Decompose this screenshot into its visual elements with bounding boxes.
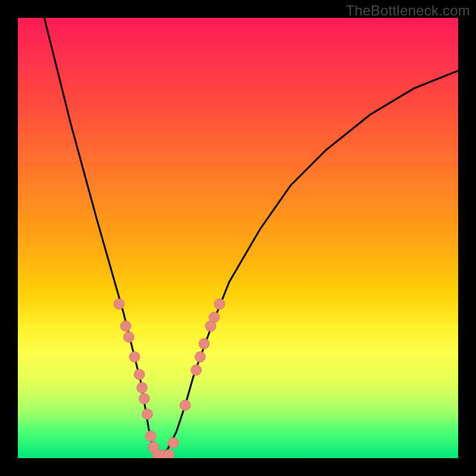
marker-group bbox=[114, 299, 224, 458]
chart-container: TheBottleneck.com bbox=[0, 0, 476, 476]
data-marker bbox=[114, 299, 124, 309]
data-marker bbox=[199, 339, 209, 349]
data-marker bbox=[124, 332, 134, 343]
data-marker bbox=[142, 409, 153, 419]
data-marker bbox=[180, 400, 190, 411]
data-marker bbox=[139, 393, 150, 404]
data-marker bbox=[134, 369, 145, 380]
data-marker bbox=[120, 321, 131, 331]
data-marker bbox=[168, 437, 178, 448]
data-marker bbox=[164, 449, 174, 458]
data-marker bbox=[191, 365, 202, 375]
bottleneck-curve bbox=[44, 18, 458, 458]
data-marker bbox=[209, 312, 220, 322]
data-marker bbox=[129, 352, 140, 362]
source-attribution: TheBottleneck.com bbox=[346, 2, 470, 19]
plot-area bbox=[18, 18, 458, 458]
data-marker bbox=[214, 299, 225, 309]
data-marker bbox=[195, 352, 206, 362]
chart-svg bbox=[18, 18, 458, 458]
data-marker bbox=[137, 383, 148, 393]
data-marker bbox=[146, 431, 156, 441]
